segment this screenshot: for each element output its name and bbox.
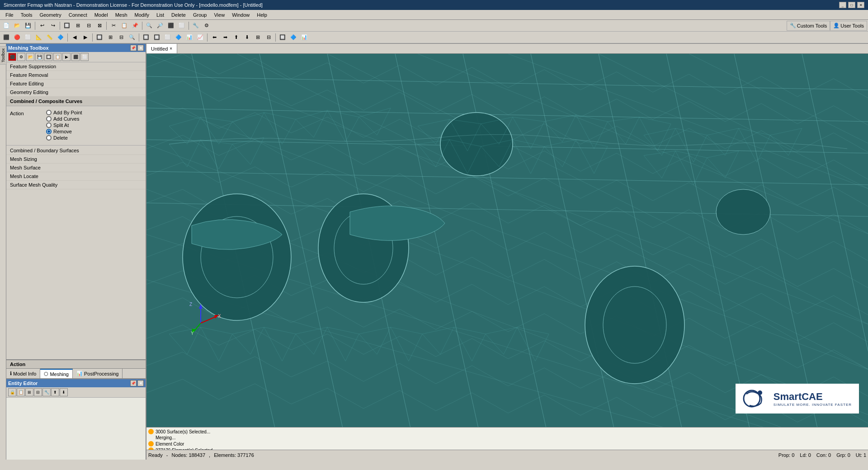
pin-button[interactable]: 📌 [130,45,137,51]
tb-btn-3[interactable]: 🔲 [62,21,72,30]
section-feature-removal[interactable]: Feature Removal [6,71,146,80]
tab-postprocessing[interactable]: 📊 PostProcessing [73,369,123,378]
custom-tools-button[interactable]: 🔧 Custom Tools [787,21,830,31]
tb2-btn-11[interactable]: ⊟ [116,33,126,42]
menu-mesh[interactable]: Mesh [112,11,131,19]
menu-window[interactable]: Window [228,11,253,19]
section-feature-editing[interactable]: Feature Editing [6,80,146,88]
tb-btn-13[interactable]: ⬜ [177,21,187,30]
undo-button[interactable]: ↩ [37,21,47,30]
radio-split-at[interactable] [46,122,52,128]
tb2-btn-21[interactable]: ⬆ [231,33,241,42]
option-remove[interactable]: Remove [46,129,82,134]
user-tools-button[interactable]: 👤 User Tools [830,21,867,31]
radio-add-curves[interactable] [46,116,52,122]
option-add-by-point[interactable]: Add By Point [46,110,82,115]
tb-btn-11[interactable]: 🔎 [155,21,165,30]
section-surface-mesh-quality[interactable]: Surface Mesh Quality [6,181,146,189]
entity-pin-button[interactable]: 📌 [130,380,137,386]
section-mesh-sizing[interactable]: Mesh Sizing [6,155,146,164]
option-split-at[interactable]: Split At [46,122,82,128]
tb2-btn-25[interactable]: 🔲 [278,33,288,42]
restore-button[interactable]: □ [848,2,855,8]
tb2-btn-23[interactable]: ⊞ [253,33,263,42]
toolbox-icon-2[interactable]: ⚙ [17,53,25,61]
menu-help[interactable]: Help [253,11,271,19]
menu-tools[interactable]: Tools [17,11,36,19]
tb2-btn-4[interactable]: 📐 [34,33,44,42]
toolbox-icon-1[interactable]: ⬛ [8,53,16,61]
section-geometry-editing[interactable]: Geometry Editing [6,88,146,97]
tb-btn-9[interactable]: 📌 [130,21,140,30]
toolbox-icon-6[interactable]: 📋 [53,53,61,61]
tb2-btn-20[interactable]: ➡ [220,33,230,42]
tb-btn-5[interactable]: ⊟ [84,21,94,30]
tb-btn-8[interactable]: 📋 [119,21,129,30]
tb2-btn-12[interactable]: 🔍 [127,33,137,42]
entity-icon-1[interactable]: 🔒 [8,388,16,396]
redo-button[interactable]: ↪ [48,21,58,30]
menu-connect[interactable]: Connect [65,11,91,19]
entity-icon-6[interactable]: ⬆ [51,388,59,396]
close-panel-button[interactable]: ✕ [137,45,144,51]
option-add-curves[interactable]: Add Curves [46,116,82,122]
tb2-btn-24[interactable]: ⊟ [264,33,274,42]
tb2-btn-15[interactable]: ⬜ [163,33,173,42]
menu-model[interactable]: Model [91,11,112,19]
tb2-btn-8[interactable]: ▶ [80,33,90,42]
tb2-btn-16[interactable]: 🔷 [174,33,184,42]
viewport[interactable]: Z X Y [146,54,868,427]
tb2-btn-27[interactable]: 📊 [299,33,309,42]
menu-view[interactable]: View [210,11,228,19]
tb-btn-4[interactable]: ⊞ [73,21,83,30]
menu-group[interactable]: Group [189,11,211,19]
tb2-btn-9[interactable]: 🔲 [94,33,104,42]
radio-delete[interactable] [46,135,52,141]
entity-icon-5[interactable]: 🔧 [42,388,51,396]
tb2-btn-18[interactable]: 📈 [195,33,205,42]
tb2-btn-13[interactable]: 🔲 [141,33,151,42]
entity-icon-4[interactable]: ⊟ [34,388,42,396]
menu-delete[interactable]: Delete [168,11,189,19]
tb2-btn-3[interactable]: ⬜ [23,33,33,42]
entity-icon-2[interactable]: 📋 [17,388,25,396]
tb-btn-15[interactable]: ⚙ [202,21,212,30]
menu-modify[interactable]: Modify [131,11,153,19]
radio-remove[interactable] [46,129,52,134]
menu-list[interactable]: List [153,11,168,19]
toolbox-icon-8[interactable]: ⬛ [71,53,80,61]
viewport-tab-untitled[interactable]: Untitled × [146,44,177,53]
tb2-btn-7[interactable]: ◀ [70,33,80,42]
tb2-btn-2[interactable]: 🔴 [12,33,22,42]
tb2-btn-5[interactable]: 📏 [45,33,55,42]
tab-close-button[interactable]: × [170,46,172,51]
menu-geometry[interactable]: Geometry [36,11,65,19]
toolbox-icon-3[interactable]: 📂 [26,53,34,61]
tb2-btn-1[interactable]: ⬛ [1,33,11,42]
entity-icon-3[interactable]: ⊞ [25,388,33,396]
tb-btn-10[interactable]: 🔍 [144,21,154,30]
tb-btn-14[interactable]: 🔧 [191,21,201,30]
tb2-btn-19[interactable]: ⬅ [209,33,219,42]
radio-add-by-point[interactable] [46,110,52,115]
tb-btn-6[interactable]: ⊠ [94,21,104,30]
open-button[interactable]: 📂 [12,21,22,30]
vert-tab-label[interactable]: Toolbox [0,46,7,65]
toolbox-icon-5[interactable]: 🔲 [44,53,52,61]
tab-model-info[interactable]: ℹ Model Info [6,369,40,378]
toolbox-icon-9[interactable]: ⬜ [80,53,89,61]
tb2-btn-26[interactable]: 🔷 [288,33,298,42]
tb2-btn-22[interactable]: ⬇ [242,33,252,42]
tb2-btn-6[interactable]: 🔷 [56,33,66,42]
close-button[interactable]: ✕ [857,2,864,8]
section-mesh-locate[interactable]: Mesh Locate [6,172,146,181]
tb2-btn-17[interactable]: 📊 [184,33,194,42]
section-feature-suppression[interactable]: Feature Suppression [6,62,146,71]
new-button[interactable]: 📄 [1,21,11,30]
section-mesh-surface[interactable]: Mesh Surface [6,164,146,172]
tb2-btn-10[interactable]: ⊞ [105,33,115,42]
entity-close-button[interactable]: ✕ [137,380,144,386]
minimize-button[interactable]: _ [839,2,846,8]
tb2-btn-14[interactable]: 🔲 [152,33,162,42]
toolbox-icon-7[interactable]: ▶ [62,53,71,61]
